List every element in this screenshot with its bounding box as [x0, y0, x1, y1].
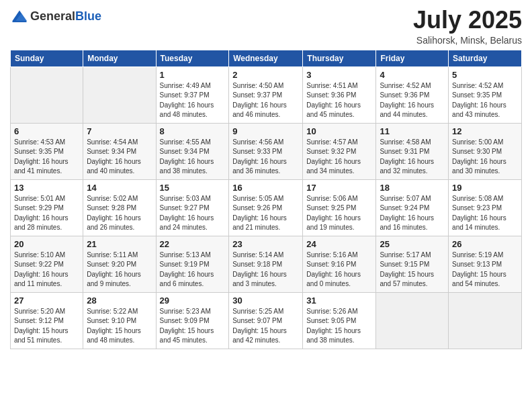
logo-blue: Blue — [75, 9, 101, 23]
day-info: Sunrise: 5:01 AM Sunset: 9:29 PM Dayligh… — [14, 194, 79, 233]
calendar-cell: 31Sunrise: 5:26 AM Sunset: 9:05 PM Dayli… — [303, 292, 376, 349]
calendar-cell: 27Sunrise: 5:20 AM Sunset: 9:12 PM Dayli… — [11, 292, 83, 349]
day-info: Sunrise: 4:56 AM Sunset: 9:33 PM Dayligh… — [232, 138, 299, 177]
day-info: Sunrise: 4:54 AM Sunset: 9:34 PM Dayligh… — [87, 138, 152, 177]
day-info: Sunrise: 4:58 AM Sunset: 9:31 PM Dayligh… — [380, 138, 445, 177]
day-info: Sunrise: 5:05 AM Sunset: 9:26 PM Dayligh… — [232, 194, 299, 233]
calendar-cell — [376, 292, 449, 349]
calendar-cell — [83, 66, 156, 123]
calendar-cell: 7Sunrise: 4:54 AM Sunset: 9:34 PM Daylig… — [83, 123, 156, 179]
weekday-sunday: Sunday — [11, 50, 83, 66]
day-info: Sunrise: 4:51 AM Sunset: 9:36 PM Dayligh… — [306, 81, 372, 120]
day-number: 14 — [87, 183, 152, 193]
day-number: 2 — [232, 70, 299, 80]
day-info: Sunrise: 5:17 AM Sunset: 9:15 PM Dayligh… — [380, 250, 445, 289]
calendar-cell: 15Sunrise: 5:03 AM Sunset: 9:27 PM Dayli… — [156, 179, 229, 236]
calendar-cell: 25Sunrise: 5:17 AM Sunset: 9:15 PM Dayli… — [376, 236, 449, 292]
day-number: 9 — [232, 126, 299, 136]
calendar-cell: 28Sunrise: 5:22 AM Sunset: 9:10 PM Dayli… — [83, 292, 156, 349]
day-info: Sunrise: 4:50 AM Sunset: 9:37 PM Dayligh… — [232, 81, 299, 120]
calendar-cell: 26Sunrise: 5:19 AM Sunset: 9:13 PM Dayli… — [449, 236, 522, 292]
calendar-cell: 16Sunrise: 5:05 AM Sunset: 9:26 PM Dayli… — [229, 179, 303, 236]
day-number: 1 — [160, 70, 226, 80]
day-info: Sunrise: 5:03 AM Sunset: 9:27 PM Dayligh… — [160, 194, 226, 233]
day-number: 6 — [14, 126, 79, 136]
logo-general: General — [30, 9, 75, 23]
calendar-week-4: 20Sunrise: 5:10 AM Sunset: 9:22 PM Dayli… — [11, 236, 522, 292]
day-number: 13 — [14, 183, 79, 193]
day-info: Sunrise: 5:11 AM Sunset: 9:20 PM Dayligh… — [87, 250, 152, 289]
calendar-cell: 12Sunrise: 5:00 AM Sunset: 9:30 PM Dayli… — [449, 123, 522, 179]
header: GeneralBlue July 2025 Salihorsk, Minsk, … — [10, 7, 522, 46]
day-number: 5 — [452, 70, 518, 80]
title-block: July 2025 Salihorsk, Minsk, Belarus — [413, 7, 522, 46]
day-info: Sunrise: 4:57 AM Sunset: 9:32 PM Dayligh… — [306, 138, 372, 177]
day-info: Sunrise: 5:19 AM Sunset: 9:13 PM Dayligh… — [452, 250, 518, 289]
day-info: Sunrise: 5:13 AM Sunset: 9:19 PM Dayligh… — [160, 250, 226, 289]
calendar-cell: 14Sunrise: 5:02 AM Sunset: 9:28 PM Dayli… — [83, 179, 156, 236]
calendar: SundayMondayTuesdayWednesdayThursdayFrid… — [10, 50, 522, 349]
weekday-monday: Monday — [83, 50, 156, 66]
calendar-cell: 20Sunrise: 5:10 AM Sunset: 9:22 PM Dayli… — [11, 236, 83, 292]
calendar-cell: 24Sunrise: 5:16 AM Sunset: 9:16 PM Dayli… — [303, 236, 376, 292]
calendar-week-3: 13Sunrise: 5:01 AM Sunset: 9:29 PM Dayli… — [11, 179, 522, 236]
day-number: 31 — [306, 295, 372, 306]
day-number: 27 — [14, 295, 79, 306]
calendar-cell: 3Sunrise: 4:51 AM Sunset: 9:36 PM Daylig… — [303, 66, 376, 123]
calendar-cell: 22Sunrise: 5:13 AM Sunset: 9:19 PM Dayli… — [156, 236, 229, 292]
day-info: Sunrise: 5:26 AM Sunset: 9:05 PM Dayligh… — [306, 307, 372, 346]
page: GeneralBlue July 2025 Salihorsk, Minsk, … — [0, 0, 532, 411]
day-info: Sunrise: 4:55 AM Sunset: 9:34 PM Dayligh… — [160, 138, 226, 177]
day-number: 28 — [87, 295, 152, 306]
weekday-friday: Friday — [376, 50, 449, 66]
day-info: Sunrise: 4:53 AM Sunset: 9:35 PM Dayligh… — [14, 138, 79, 177]
calendar-week-5: 27Sunrise: 5:20 AM Sunset: 9:12 PM Dayli… — [11, 292, 522, 349]
calendar-cell: 29Sunrise: 5:23 AM Sunset: 9:09 PM Dayli… — [156, 292, 229, 349]
day-number: 22 — [160, 239, 226, 249]
calendar-week-1: 1Sunrise: 4:49 AM Sunset: 9:37 PM Daylig… — [11, 66, 522, 123]
calendar-cell — [11, 66, 83, 123]
logo-text: GeneralBlue — [30, 9, 101, 24]
weekday-saturday: Saturday — [449, 50, 522, 66]
calendar-cell: 2Sunrise: 4:50 AM Sunset: 9:37 PM Daylig… — [229, 66, 303, 123]
day-number: 11 — [380, 126, 445, 136]
calendar-cell: 11Sunrise: 4:58 AM Sunset: 9:31 PM Dayli… — [376, 123, 449, 179]
day-info: Sunrise: 5:08 AM Sunset: 9:23 PM Dayligh… — [452, 194, 518, 233]
weekday-wednesday: Wednesday — [229, 50, 303, 66]
day-info: Sunrise: 5:22 AM Sunset: 9:10 PM Dayligh… — [87, 307, 152, 346]
calendar-cell: 21Sunrise: 5:11 AM Sunset: 9:20 PM Dayli… — [83, 236, 156, 292]
day-info: Sunrise: 5:00 AM Sunset: 9:30 PM Dayligh… — [452, 138, 518, 177]
svg-rect-2 — [13, 21, 27, 22]
day-number: 24 — [306, 239, 372, 249]
calendar-cell: 17Sunrise: 5:06 AM Sunset: 9:25 PM Dayli… — [303, 179, 376, 236]
day-number: 18 — [380, 183, 445, 193]
calendar-cell: 5Sunrise: 4:52 AM Sunset: 9:35 PM Daylig… — [449, 66, 522, 123]
calendar-cell: 30Sunrise: 5:25 AM Sunset: 9:07 PM Dayli… — [229, 292, 303, 349]
calendar-cell: 19Sunrise: 5:08 AM Sunset: 9:23 PM Dayli… — [449, 179, 522, 236]
day-info: Sunrise: 5:20 AM Sunset: 9:12 PM Dayligh… — [14, 307, 79, 346]
day-info: Sunrise: 4:52 AM Sunset: 9:35 PM Dayligh… — [452, 81, 518, 120]
calendar-cell — [449, 292, 522, 349]
day-info: Sunrise: 5:06 AM Sunset: 9:25 PM Dayligh… — [306, 194, 372, 233]
logo: GeneralBlue — [10, 7, 101, 26]
calendar-cell: 4Sunrise: 4:52 AM Sunset: 9:36 PM Daylig… — [376, 66, 449, 123]
calendar-cell: 10Sunrise: 4:57 AM Sunset: 9:32 PM Dayli… — [303, 123, 376, 179]
day-number: 7 — [87, 126, 152, 136]
weekday-thursday: Thursday — [303, 50, 376, 66]
day-info: Sunrise: 5:02 AM Sunset: 9:28 PM Dayligh… — [87, 194, 152, 233]
day-number: 17 — [306, 183, 372, 193]
day-number: 21 — [87, 239, 152, 249]
day-number: 12 — [452, 126, 518, 136]
calendar-cell: 1Sunrise: 4:49 AM Sunset: 9:37 PM Daylig… — [156, 66, 229, 123]
day-number: 30 — [232, 295, 299, 306]
calendar-cell: 18Sunrise: 5:07 AM Sunset: 9:24 PM Dayli… — [376, 179, 449, 236]
day-number: 19 — [452, 183, 518, 193]
day-number: 26 — [452, 239, 518, 249]
day-number: 29 — [160, 295, 226, 306]
day-number: 23 — [232, 239, 299, 249]
day-number: 3 — [306, 70, 372, 80]
day-info: Sunrise: 5:23 AM Sunset: 9:09 PM Dayligh… — [160, 307, 226, 346]
calendar-week-2: 6Sunrise: 4:53 AM Sunset: 9:35 PM Daylig… — [11, 123, 522, 179]
calendar-cell: 9Sunrise: 4:56 AM Sunset: 9:33 PM Daylig… — [229, 123, 303, 179]
month-title: July 2025 — [413, 7, 522, 34]
